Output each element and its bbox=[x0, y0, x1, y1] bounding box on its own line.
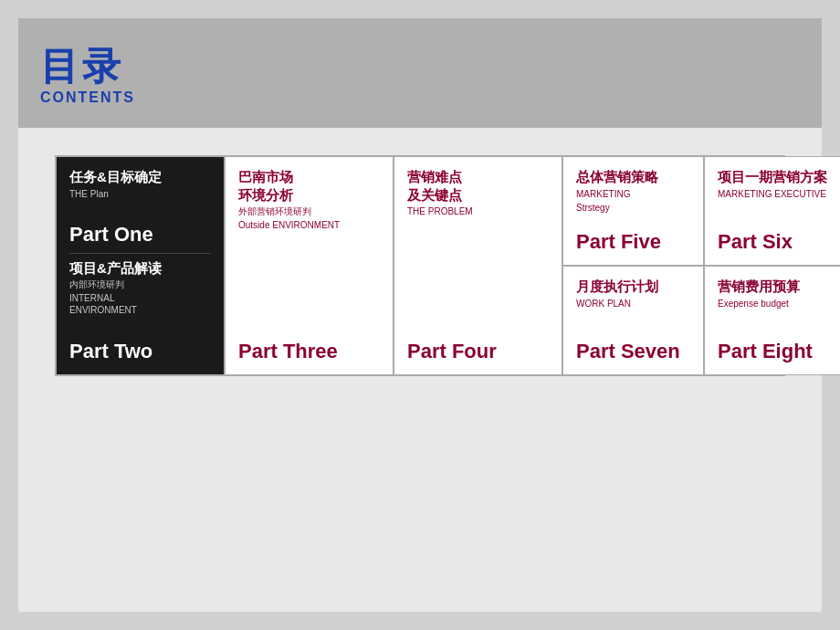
cell-bottom-1: Part One bbox=[69, 200, 211, 247]
part-two-label: Part Two bbox=[69, 340, 211, 363]
cell-en-6: WORK PLAN bbox=[576, 298, 690, 310]
cell-cn-6: 月度执行计划 bbox=[576, 278, 690, 296]
cell-en-4b: Strstegy bbox=[576, 202, 690, 214]
header-title-en: CONTENTS bbox=[40, 89, 800, 106]
contents-grid: 任务&目标确定 THE Plan Part One 项目&产品解读 内部环境研判… bbox=[55, 155, 785, 376]
cell-en-1b: 内部环境研判 bbox=[69, 278, 211, 290]
cell-bottom-7: Part Eight bbox=[718, 310, 840, 364]
cell-cn-5: 项目一期营销方案 bbox=[718, 168, 840, 186]
cell-cn-1b: 项目&产品解读 bbox=[69, 259, 211, 278]
cell-part-four: 营销难点及关键点 THE PROBLEM Part Four bbox=[394, 156, 562, 375]
cell-part-three: 巴南市场环境分析 外部营销环境研判 Outside ENVIRONMENT Pa… bbox=[225, 156, 394, 375]
part-seven-label: Part Seven bbox=[576, 340, 690, 363]
part-one-label: Part One bbox=[69, 223, 211, 247]
cell-bottom-1b: Part Two bbox=[69, 316, 211, 363]
cell-bottom-6: Part Seven bbox=[576, 310, 690, 364]
cell-top-1: 任务&目标确定 THE Plan bbox=[69, 168, 211, 200]
cell-divider bbox=[69, 253, 211, 254]
part-six-label: Part Six bbox=[718, 230, 840, 254]
part-five-label: Part Five bbox=[576, 230, 690, 254]
cell-cn-2: 巴南市场环境分析 bbox=[238, 168, 380, 204]
cell-part-one: 任务&目标确定 THE Plan Part One 项目&产品解读 内部环境研判… bbox=[56, 156, 225, 375]
cell-en-2a: 外部营销环境研判 bbox=[238, 205, 380, 217]
part-four-label: Part Four bbox=[407, 340, 549, 363]
header: 目录 CONTENTS bbox=[18, 18, 822, 128]
cell-en-5: MARKETING EXECUTIVE bbox=[718, 188, 840, 200]
cell-top-6: 月度执行计划 WORK PLAN bbox=[576, 278, 690, 310]
cell-en-1: THE Plan bbox=[69, 188, 211, 200]
header-title-cn: 目录 bbox=[40, 46, 800, 88]
slide: 目录 CONTENTS 任务&目标确定 THE Plan Part One 项目… bbox=[18, 18, 822, 612]
cell-part-six: 项目一期营销方案 MARKETING EXECUTIVE Part Six bbox=[704, 156, 840, 266]
cell-en-2b: Outside ENVIRONMENT bbox=[238, 219, 380, 231]
cell-en-1c: INTERNALENVIRONMENT bbox=[69, 292, 211, 316]
cell-top-5: 项目一期营销方案 MARKETING EXECUTIVE bbox=[718, 168, 840, 200]
cell-bottom-3: Part Four bbox=[407, 217, 549, 363]
cell-top-3: 营销难点及关键点 THE PROBLEM bbox=[407, 168, 549, 217]
cell-cn-3: 营销难点及关键点 bbox=[407, 168, 549, 204]
cell-bottom-4: Part Five bbox=[576, 214, 690, 255]
cell-part-five: 总体营销策略 MARKETING Strstegy Part Five bbox=[562, 156, 704, 266]
cell-top-7: 营销费用预算 Exepense budget bbox=[718, 278, 840, 310]
cell-cn-1: 任务&目标确定 bbox=[69, 168, 211, 186]
cell-cn-4: 总体营销策略 bbox=[576, 168, 690, 186]
cell-part-seven: 月度执行计划 WORK PLAN Part Seven bbox=[562, 266, 704, 375]
part-eight-label: Part Eight bbox=[718, 340, 840, 363]
cell-en-4a: MARKETING bbox=[576, 188, 690, 200]
cell-cn-7: 营销费用预算 bbox=[718, 278, 840, 296]
cell-bottom-2: Part Three bbox=[238, 231, 380, 363]
cell-top-2: 巴南市场环境分析 外部营销环境研判 Outside ENVIRONMENT bbox=[238, 168, 380, 231]
cell-top-4: 总体营销策略 MARKETING Strstegy bbox=[576, 168, 690, 214]
cell-en-7: Exepense budget bbox=[718, 298, 840, 310]
part-three-label: Part Three bbox=[238, 340, 380, 363]
content-area: 任务&目标确定 THE Plan Part One 项目&产品解读 内部环境研判… bbox=[18, 128, 822, 404]
cell-en-3: THE PROBLEM bbox=[407, 205, 549, 217]
cell-bottom-5: Part Six bbox=[718, 200, 840, 255]
cell-part-eight: 营销费用预算 Exepense budget Part Eight bbox=[704, 266, 840, 375]
cell-top-1b: 项目&产品解读 内部环境研判 INTERNALENVIRONMENT bbox=[69, 259, 211, 317]
